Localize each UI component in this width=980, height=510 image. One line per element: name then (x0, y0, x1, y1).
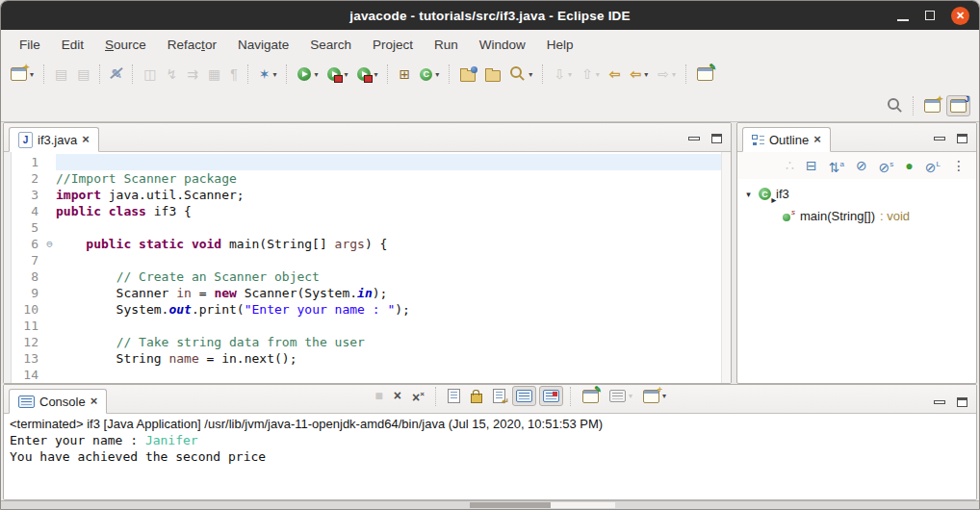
last-edit-location-button[interactable]: ⇦ (606, 64, 625, 86)
tab-if3-java[interactable]: J if3.java × (9, 127, 99, 152)
open-resource-button[interactable] (481, 64, 504, 86)
java-perspective-button[interactable]: J (946, 95, 970, 116)
menu-edit[interactable]: Edit (51, 33, 94, 57)
outline-tree: ▾▶if3smain(String[]) : void (737, 179, 976, 383)
menu-help[interactable]: Help (536, 33, 584, 57)
maximize-icon[interactable] (925, 11, 935, 20)
code-text: //Import Scanner package (56, 170, 721, 187)
debug-dropdown-icon[interactable]: ▾ (272, 70, 276, 79)
tab-outline[interactable]: Outline × (742, 127, 831, 152)
minimize-console-icon[interactable] (934, 400, 945, 404)
close-tab-icon[interactable]: × (90, 396, 98, 406)
hide-static-members-button[interactable]: ⊘s (875, 153, 898, 179)
search-torch-dropdown-icon[interactable]: ▾ (529, 70, 532, 79)
show-whitespace-icon: ¶ (230, 67, 238, 82)
quick-search-button[interactable] (884, 94, 907, 117)
profile-button[interactable]: ▾ (353, 64, 381, 85)
new-java-project-icon: ⊞ (399, 67, 410, 82)
run-button[interactable]: ▾ (294, 64, 322, 85)
new-java-class-dropdown-icon[interactable]: ▾ (435, 70, 439, 79)
debug-button[interactable]: ✶▾ (255, 64, 281, 86)
search-torch-button[interactable]: ▾ (506, 63, 536, 86)
code-text: import java.util.Scanner; (56, 187, 721, 203)
hide-non-public-members-button[interactable]: ● (901, 155, 916, 177)
console-tabbar: Console × ■×××↵✎▾+▾ (4, 385, 976, 414)
remove-launch-icon: × (394, 389, 401, 403)
clear-console-button[interactable] (444, 385, 464, 407)
scrollbar-thumb[interactable] (470, 502, 551, 508)
minimize-outline-icon[interactable] (934, 137, 945, 140)
maximize-console-icon[interactable] (957, 397, 967, 407)
profile-dropdown-icon[interactable]: ▾ (374, 70, 377, 79)
next-annotation-button: ⇩▾ (550, 64, 576, 86)
hide-local-types-button[interactable]: ⊘L (921, 153, 944, 179)
menu-navigate[interactable]: Navigate (227, 33, 299, 57)
remove-all-terminated-button[interactable]: ×× (408, 383, 428, 409)
expander-icon[interactable]: ▾ (743, 190, 754, 199)
console-body[interactable]: <terminated> if3 [Java Application] /usr… (4, 414, 976, 499)
code-text (56, 318, 721, 334)
code-line-6: 6⊖ public static void main(String[] args… (12, 236, 721, 252)
menu-file[interactable]: File (9, 33, 51, 57)
close-tab-icon[interactable]: × (82, 135, 90, 144)
new-wizard-button[interactable]: ✦▾ (7, 64, 38, 85)
open-console-pinned-button[interactable]: ✎ (579, 386, 603, 407)
view-menu-button[interactable]: ⋮ (948, 155, 969, 177)
run-dropdown-icon[interactable]: ▾ (314, 70, 318, 79)
toggle-mark-occurrences-button[interactable]: ✎ (107, 64, 126, 86)
fold-marker-icon[interactable]: ⊖ (43, 236, 56, 252)
open-console-icon: + (643, 390, 659, 403)
hide-non-public-members-icon: ● (905, 159, 913, 173)
open-console-dropdown-icon[interactable]: ▾ (662, 392, 666, 400)
editor-pane: J if3.java × 12//Import Scanner package3… (3, 122, 732, 384)
coverage-button[interactable]: ▾ (323, 64, 351, 85)
outline-node-mainstring[interactable]: smain(String[]) : void (741, 205, 972, 227)
display-selected-console-button[interactable]: ▾ (606, 386, 636, 406)
pin-console-icon (516, 390, 532, 402)
collapse-all-button[interactable]: ⊟ (802, 155, 821, 177)
pin-console-button[interactable] (512, 386, 536, 406)
hide-fields-button[interactable]: ⊘ (852, 155, 871, 177)
outline-node-if3[interactable]: ▾▶if3 (741, 183, 972, 205)
close-tab-icon[interactable]: × (813, 135, 821, 144)
new-java-class-button[interactable]: ▾ (416, 64, 443, 85)
open-type-button[interactable] (456, 64, 479, 86)
editor-vertical-scrollbar[interactable] (721, 152, 731, 383)
outline-toolbar: ∴⊟⇅a⊘⊘s●⊘L⋮ (737, 152, 976, 179)
coverage-dropdown-icon[interactable]: ▾ (344, 70, 348, 79)
open-console-button[interactable]: +▾ (639, 386, 670, 407)
show-on-stdout-change-button[interactable] (539, 386, 563, 406)
back-history-dropdown-icon[interactable]: ▾ (644, 70, 648, 79)
code-line-13: 13 String name = in.next(); (12, 350, 721, 367)
open-perspective-button[interactable]: ✦ (920, 95, 944, 116)
menu-window[interactable]: Window (469, 33, 536, 57)
code-text: public static void main(String[] args) { (56, 236, 721, 252)
menu-search[interactable]: Search (299, 33, 362, 57)
word-wrap-button[interactable]: ↵ (489, 385, 509, 407)
code-editor[interactable]: 12//Import Scanner package3import java.u… (4, 152, 731, 383)
scroll-lock-button[interactable] (467, 385, 486, 407)
menu-source[interactable]: Source (94, 33, 157, 57)
new-wizard-dropdown-icon[interactable]: ▾ (30, 70, 34, 79)
menu-project[interactable]: Project (362, 33, 424, 57)
menu-refactor[interactable]: Refactor (157, 33, 227, 57)
link-with-editor-button[interactable]: ✎ (693, 64, 717, 85)
code-line-4: 4public class if3 { (12, 203, 721, 219)
remove-launch-button[interactable]: × (390, 385, 405, 407)
minimize-editor-icon[interactable] (688, 137, 700, 140)
minimize-icon[interactable] (897, 19, 909, 21)
horizontal-scrollbar[interactable] (1, 500, 979, 509)
close-icon[interactable]: ✕ (951, 7, 969, 25)
sort-alphabetically-button[interactable]: ⇅a (825, 153, 848, 179)
tab-console[interactable]: Console × (9, 389, 107, 414)
maximize-editor-icon[interactable] (711, 134, 722, 143)
back-history-button[interactable]: ⇦▾ (626, 64, 652, 86)
menu-run[interactable]: Run (424, 33, 469, 57)
maximize-outline-icon[interactable] (957, 134, 967, 143)
line-number: 12 (12, 334, 43, 350)
titlebar[interactable]: javacode - tutorials/src/if3.java - Ecli… (1, 1, 979, 30)
method-icon: s (782, 210, 795, 222)
outline-pane-buttons (934, 134, 976, 151)
next-annotation-icon: ⇩ (554, 67, 565, 82)
new-java-project-button[interactable]: ⊞ (395, 64, 414, 86)
